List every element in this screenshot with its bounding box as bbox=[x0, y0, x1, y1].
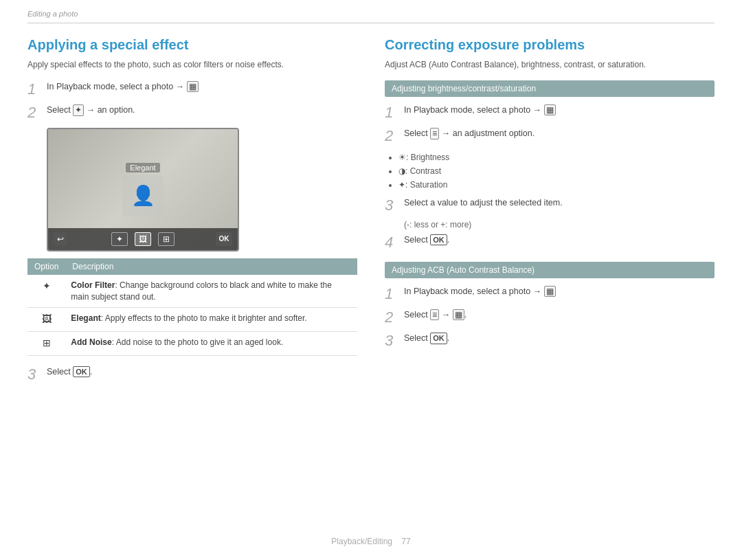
left-step-3-number: 3 bbox=[27, 366, 43, 383]
camera-icon-colorfilter: ✦ bbox=[111, 232, 128, 246]
camera-screen-inner: Elegant 👤 ✦ 🖼 ⊞ ↩ OK bbox=[48, 129, 238, 250]
right-s1-step-3-number: 3 bbox=[385, 197, 400, 214]
row2-bold: Elegant bbox=[71, 313, 100, 323]
right-s1-step-2-number: 2 bbox=[385, 127, 400, 145]
left-section-title: Applying a special effect bbox=[27, 37, 357, 53]
right-s1-step-4-number: 4 bbox=[385, 234, 400, 251]
ok-symbol-r1: OK bbox=[430, 234, 447, 245]
table-row: 🖼 Elegant: Apply effects to the photo to… bbox=[27, 308, 357, 332]
right-s1-step-3: 3 Select a value to adjust the selected … bbox=[385, 197, 715, 214]
left-step-2-number: 2 bbox=[27, 104, 43, 122]
camera-screen: Elegant 👤 ✦ 🖼 ⊞ ↩ OK bbox=[47, 128, 239, 251]
camera-subject-icon: 👤 bbox=[122, 175, 164, 216]
left-step-2-text: Select ✦ → an option. bbox=[47, 104, 135, 117]
left-step-3: 3 Select OK. bbox=[27, 366, 357, 383]
row3-desc: Add Noise: Add noise to the photo to giv… bbox=[65, 331, 357, 355]
ok-symbol-left: OK bbox=[73, 366, 90, 377]
sub-section-1-header: Adjusting brightness/contrast/saturation bbox=[385, 80, 715, 97]
right-s1-step-3-text: Select a value to adjust the selected it… bbox=[404, 197, 563, 210]
sub-section-2-label: Adjusting ACB (Auto Contrast Balance) bbox=[392, 265, 535, 275]
right-section-title: Correcting exposure problems bbox=[385, 37, 715, 53]
playback-icon-r1: ▦ bbox=[544, 104, 556, 115]
right-s2-step-3: 3 Select OK. bbox=[385, 332, 715, 350]
left-step-3-text: Select OK. bbox=[47, 366, 92, 379]
row1-icon: ✦ bbox=[27, 275, 65, 308]
sub-section-1-label: Adjusting brightness/contrast/saturation bbox=[392, 84, 536, 93]
left-step-2: 2 Select ✦ → an option. bbox=[27, 104, 357, 122]
right-s1-step-1-text: In Playback mode, select a photo → ▦ bbox=[404, 104, 556, 117]
left-column: Applying a special effect Apply special … bbox=[27, 37, 357, 389]
brightness-icon: ☀ bbox=[398, 153, 406, 162]
menu-icon-r: ≡ bbox=[430, 128, 439, 139]
right-s1-step-3-sub: (-: less or +: more) bbox=[404, 220, 715, 229]
page-container: Editing a photo Applying a special effec… bbox=[0, 0, 742, 560]
options-table-header: Option Description bbox=[27, 258, 357, 275]
col-option: Option bbox=[27, 258, 65, 275]
camera-icon-elegant: 🖼 bbox=[135, 232, 151, 246]
camera-icon-noise: ⊞ bbox=[158, 232, 175, 246]
right-s1-step-2: 2 Select ≡ → an adjustment option. bbox=[385, 127, 715, 145]
right-s2-step-2: 2 Select ≡ → ▦. bbox=[385, 309, 715, 326]
row2-desc: Elegant: Apply effects to the photo to m… bbox=[65, 308, 357, 332]
contrast-icon: ◑ bbox=[398, 166, 405, 176]
playback-icon: ▦ bbox=[187, 81, 199, 92]
row2-icon: 🖼 bbox=[27, 308, 65, 332]
right-s2-step-1-number: 1 bbox=[385, 285, 400, 303]
acb-icon: ▦ bbox=[453, 309, 464, 320]
camera-bottom-bar: ✦ 🖼 ⊞ bbox=[48, 228, 238, 250]
row1-bold: Color Filter bbox=[71, 280, 115, 290]
right-s1-step-4: 4 Select OK. bbox=[385, 234, 715, 251]
camera-ok-button: OK bbox=[216, 232, 232, 246]
options-table-header-row: Option Description bbox=[27, 258, 357, 275]
content-area: Applying a special effect Apply special … bbox=[27, 37, 715, 389]
playback-icon-r2: ▦ bbox=[544, 286, 556, 297]
right-s1-step-2-text: Select ≡ → an adjustment option. bbox=[404, 127, 535, 140]
bullet-list: ☀: Brightness ◑: Contrast ✦: Saturation bbox=[398, 151, 715, 191]
saturation-icon: ✦ bbox=[398, 180, 405, 190]
footer-text: Playback/Editing bbox=[331, 537, 392, 546]
table-row: ⊞ Add Noise: Add noise to the photo to g… bbox=[27, 331, 357, 355]
right-s1-step-1: 1 In Playback mode, select a photo → ▦ bbox=[385, 104, 715, 122]
sub-section-2-header: Adjusting ACB (Auto Contrast Balance) bbox=[385, 262, 715, 278]
left-section-desc: Apply special effects to the photo, such… bbox=[27, 58, 357, 71]
right-s1-step-4-text: Select OK. bbox=[404, 234, 449, 247]
col-description: Description bbox=[65, 258, 357, 275]
left-step-1-number: 1 bbox=[27, 80, 43, 98]
right-s2-step-2-number: 2 bbox=[385, 309, 400, 326]
options-table: Option Description ✦ Color Filter: Chang… bbox=[27, 258, 357, 356]
right-s2-step-3-number: 3 bbox=[385, 332, 400, 350]
right-s1-step-1-number: 1 bbox=[385, 104, 400, 122]
left-step-1-text: In Playback mode, select a photo → ▦ bbox=[47, 80, 199, 93]
ok-symbol-r2: OK bbox=[430, 333, 447, 344]
settings-icon: ✦ bbox=[73, 104, 84, 115]
left-step-1: 1 In Playback mode, select a photo → ▦ bbox=[27, 80, 357, 98]
camera-back-button: ↩ bbox=[54, 232, 67, 246]
row3-bold: Add Noise bbox=[71, 337, 111, 347]
right-s2-step-2-text: Select ≡ → ▦. bbox=[404, 309, 466, 322]
options-table-body: ✦ Color Filter: Change background colors… bbox=[27, 275, 357, 355]
right-section-desc: Adjust ACB (Auto Contrast Balance), brig… bbox=[385, 58, 715, 71]
breadcrumb: Editing a photo bbox=[27, 10, 78, 18]
right-s2-step-1-text: In Playback mode, select a photo → ▦ bbox=[404, 285, 556, 298]
right-column: Correcting exposure problems Adjust ACB … bbox=[385, 37, 715, 389]
bullet-contrast: ◑: Contrast bbox=[398, 165, 715, 177]
breadcrumb-bar: Editing a photo bbox=[27, 0, 715, 23]
table-row: ✦ Color Filter: Change background colors… bbox=[27, 275, 357, 308]
bullet-brightness: ☀: Brightness bbox=[398, 151, 715, 164]
right-s2-step-3-text: Select OK. bbox=[404, 332, 449, 345]
bullet-saturation: ✦: Saturation bbox=[398, 179, 715, 191]
footer-page: 77 bbox=[401, 537, 410, 546]
page-footer: Playback/Editing 77 bbox=[0, 537, 742, 546]
camera-effect-label: Elegant bbox=[126, 163, 159, 172]
menu-icon-r2: ≡ bbox=[430, 309, 439, 320]
row3-icon: ⊞ bbox=[27, 331, 65, 355]
row1-desc: Color Filter: Change background colors t… bbox=[65, 275, 357, 308]
right-s2-step-1: 1 In Playback mode, select a photo → ▦ bbox=[385, 285, 715, 303]
